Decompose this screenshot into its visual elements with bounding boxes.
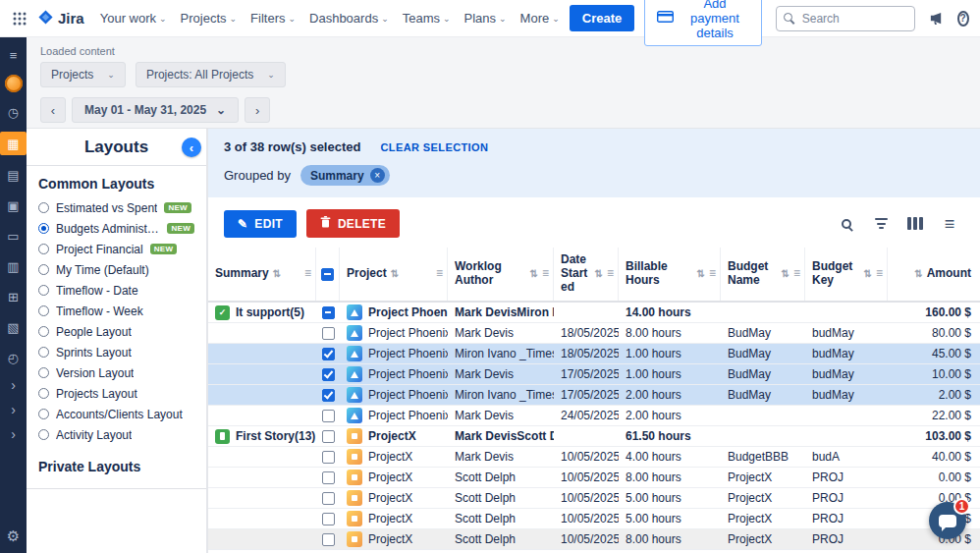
layout-option-my-time-default[interactable]: My Time (Default) bbox=[27, 259, 206, 280]
chevron-right-icon-1[interactable]: › bbox=[1, 377, 26, 393]
apps-grid-icon[interactable]: ⊞ bbox=[1, 286, 26, 307]
help-icon[interactable]: ? bbox=[957, 11, 969, 27]
column-header-budget-key[interactable]: Budget Key⇅≡ bbox=[805, 248, 888, 301]
table-row[interactable]: Project PhoenixMark Devis17/05/20251.00 … bbox=[208, 364, 980, 385]
column-header-worklog-author[interactable]: Worklog Author⇅≡ bbox=[448, 248, 554, 301]
date-range-dropdown[interactable]: May 01 - May 31, 2025 ⌄ bbox=[72, 97, 239, 123]
nav-filters[interactable]: Filters⌄ bbox=[250, 11, 296, 26]
search-input[interactable] bbox=[776, 6, 915, 31]
row-checkbox[interactable] bbox=[322, 451, 335, 464]
radio-button[interactable] bbox=[38, 244, 49, 254]
layout-option-estimated-vs-spent[interactable]: Estimated vs SpentNEW bbox=[27, 197, 206, 218]
table-row[interactable]: ProjectXScott Delph10/05/20258.00 hoursP… bbox=[208, 468, 980, 488]
table-row[interactable]: Project PhoenixMark Devis18/05/20258.00 … bbox=[208, 323, 980, 344]
nav-your-work[interactable]: Your work⌄ bbox=[100, 11, 167, 26]
table-row[interactable]: Project PhoenixMiron Ivano _Timescale18/… bbox=[208, 344, 980, 364]
timesheet-grid-icon[interactable]: ▦ bbox=[0, 132, 27, 155]
filter-icon[interactable] bbox=[872, 215, 890, 233]
select-all-checkbox[interactable] bbox=[321, 268, 334, 281]
collapse-panel-button[interactable]: ‹ bbox=[182, 138, 201, 157]
chart-icon[interactable]: ▤ bbox=[1, 164, 26, 186]
announcement-icon[interactable] bbox=[929, 10, 944, 28]
row-checkbox[interactable] bbox=[322, 327, 335, 340]
radio-button[interactable] bbox=[38, 429, 49, 440]
radio-button[interactable] bbox=[38, 326, 49, 337]
table-row[interactable]: First Story(13)ProjectXMark DevisScott D… bbox=[208, 426, 980, 447]
column-header-date-started[interactable]: Date Started⇅≡ bbox=[554, 248, 619, 301]
row-checkbox[interactable] bbox=[322, 430, 335, 443]
delete-button[interactable]: DELETE bbox=[306, 209, 400, 238]
row-checkbox[interactable] bbox=[322, 306, 335, 319]
radio-button[interactable] bbox=[38, 305, 49, 316]
layout-option-projects-layout[interactable]: Projects Layout bbox=[27, 383, 206, 404]
sort-icon[interactable]: ⇅ bbox=[914, 268, 922, 280]
nav-projects[interactable]: Projects⌄ bbox=[181, 11, 238, 26]
jira-logo[interactable]: Jira bbox=[37, 9, 84, 28]
column-header-billable-hours[interactable]: Billable Hours⇅≡ bbox=[619, 248, 721, 301]
report-icon[interactable]: ▣ bbox=[1, 194, 26, 216]
add-payment-details-button[interactable]: Add payment details bbox=[644, 0, 761, 46]
radio-button[interactable] bbox=[38, 202, 49, 213]
nav-more[interactable]: More⌄ bbox=[520, 11, 560, 26]
sort-icon[interactable]: ⇅ bbox=[697, 268, 705, 280]
activitytimeline-logo[interactable] bbox=[5, 75, 23, 92]
column-menu-icon[interactable]: ≡ bbox=[709, 267, 716, 281]
time-icon[interactable]: ◴ bbox=[1, 347, 26, 368]
column-menu-icon[interactable]: ≡ bbox=[304, 267, 311, 281]
row-checkbox[interactable] bbox=[322, 513, 335, 525]
sort-icon[interactable]: ⇅ bbox=[782, 268, 789, 280]
radio-button[interactable] bbox=[38, 223, 49, 234]
radio-button[interactable] bbox=[38, 388, 49, 399]
radio-button[interactable] bbox=[38, 347, 49, 358]
prev-period-button[interactable]: ‹ bbox=[40, 97, 66, 123]
column-menu-icon[interactable]: ≡ bbox=[542, 267, 549, 281]
chevron-right-icon-2[interactable]: › bbox=[1, 402, 26, 417]
row-checkbox[interactable] bbox=[322, 533, 335, 546]
column-header-summary[interactable]: Summary⇅≡ bbox=[208, 248, 316, 301]
recent-clock-icon[interactable]: ◷ bbox=[1, 101, 26, 123]
layout-option-budgets-administration[interactable]: Budgets AdministrationNEW bbox=[27, 218, 206, 239]
group-chip[interactable]: Summary × bbox=[300, 165, 390, 186]
table-row[interactable]: Project PhoenixMiron Ivano _Timescale17/… bbox=[208, 385, 980, 406]
column-header-amount[interactable]: ⇅Amount bbox=[888, 248, 980, 301]
column-header-project[interactable]: Project⇅≡ bbox=[340, 248, 448, 301]
table-row[interactable]: Project PhoenixMark Devis24/05/20252.00 … bbox=[208, 406, 980, 426]
sort-icon[interactable]: ⇅ bbox=[391, 268, 399, 280]
sort-icon[interactable]: ⇅ bbox=[530, 268, 538, 280]
create-button[interactable]: Create bbox=[570, 5, 634, 31]
column-menu-icon[interactable]: ≡ bbox=[436, 267, 443, 281]
table-row[interactable]: ProjectXMark Devis10/05/20254.00 hoursBu… bbox=[208, 447, 980, 468]
radio-button[interactable] bbox=[38, 264, 49, 275]
table-search-icon[interactable] bbox=[838, 215, 855, 233]
table-row[interactable]: ProjectXScott Delph10/05/20255.00 hoursP… bbox=[208, 488, 980, 509]
menu-icon[interactable]: ≡ bbox=[1, 44, 26, 66]
board-icon[interactable]: ▧ bbox=[1, 316, 26, 338]
layout-option-people-layout[interactable]: People Layout bbox=[27, 321, 206, 342]
table-menu-icon[interactable]: ≡ bbox=[941, 215, 958, 233]
table-row[interactable]: ProjectXScott Delph10/05/20255.00 hoursP… bbox=[208, 509, 980, 529]
stats-icon[interactable]: ▥ bbox=[1, 255, 26, 277]
chat-widget-button[interactable]: 1 bbox=[929, 502, 966, 539]
layout-option-accounts-clients-layout[interactable]: Accounts/Clients Layout bbox=[27, 404, 206, 424]
columns-icon[interactable] bbox=[906, 215, 924, 233]
nav-plans[interactable]: Plans⌄ bbox=[464, 11, 507, 26]
radio-button[interactable] bbox=[38, 409, 49, 419]
layout-option-activity-layout[interactable]: Activity Layout bbox=[27, 424, 206, 445]
table-row[interactable]: It support(5)Project PhoenixMark DevisMi… bbox=[208, 303, 980, 323]
next-period-button[interactable]: › bbox=[245, 97, 270, 123]
nav-dashboards[interactable]: Dashboards⌄ bbox=[309, 11, 389, 26]
scope-dropdown[interactable]: Projects ⌄ bbox=[40, 62, 126, 87]
row-checkbox[interactable] bbox=[322, 492, 335, 505]
app-switcher-icon[interactable] bbox=[12, 10, 27, 28]
row-checkbox[interactable] bbox=[322, 368, 335, 381]
column-header-budget-name[interactable]: Budget Name⇅≡ bbox=[721, 248, 805, 301]
column-menu-icon[interactable]: ≡ bbox=[607, 267, 614, 281]
layout-option-project-financial[interactable]: Project FinancialNEW bbox=[27, 239, 206, 259]
layout-option-timeflow-date[interactable]: Timeflow - Date bbox=[27, 280, 206, 301]
rail-settings-icon[interactable]: ⚙ bbox=[7, 527, 20, 545]
edit-button[interactable]: ✎ EDIT bbox=[224, 210, 297, 238]
row-checkbox[interactable] bbox=[322, 471, 335, 484]
column-menu-icon[interactable]: ≡ bbox=[793, 267, 800, 281]
clear-selection-link[interactable]: CLEAR SELECTION bbox=[380, 141, 488, 153]
sort-icon[interactable]: ⇅ bbox=[595, 268, 603, 280]
